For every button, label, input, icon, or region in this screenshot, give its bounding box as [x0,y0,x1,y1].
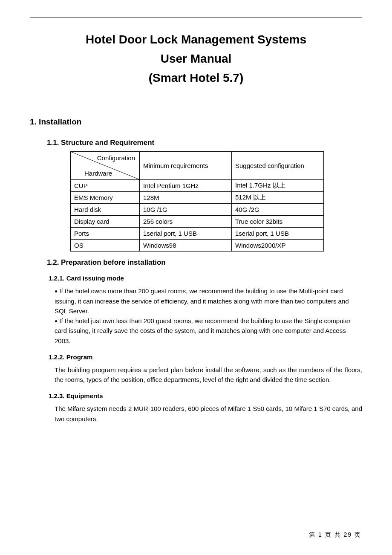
cell: True color 32bits [232,216,324,228]
page-footer: 第 1 页 共 29 页 [309,531,361,539]
table-header-suggested: Suggested configuration [232,152,324,180]
cell: 1serial port, 1 USB [140,228,232,240]
cell: Windows98 [140,240,232,251]
title-line-1: Hotel Door Lock Management Systems [30,30,362,49]
cell: Hard disk [71,204,140,216]
table-row: CUP Intel Pentium 1GHz Intel 1.7GHz 以上 [71,180,324,192]
heading-card-issuing-mode: 1.2.1. Card issuing mode [49,275,362,282]
table-row: Ports 1serial port, 1 USB 1serial port, … [71,228,324,240]
top-divider [30,17,362,17]
title-line-3: (Smart Hotel 5.7) [30,69,362,88]
title-line-2: User Manual [30,49,362,69]
heading-structure-requirement: 1.1. Structure and Requirement [47,139,362,147]
cell: OS [71,240,140,251]
bullet-icon [55,317,59,324]
table-row: Display card 256 colors True color 32bit… [71,216,324,228]
cell: 1serial port, 1 USB [232,228,324,240]
paragraph-program: The building program requires a perfect … [55,365,362,385]
cell: 128M [140,192,232,204]
cell: 40G /2G [232,204,324,216]
heading-program: 1.2.2. Program [49,353,362,361]
heading-equipments: 1.2.3. Equipments [49,392,362,399]
heading-preparation: 1.2. Preparation before installation [47,258,362,267]
diag-label-top: Configuration [97,154,135,162]
heading-installation: 1. Installation [30,117,362,127]
paragraph-equipments: The Mifare system needs 2 MUR-100 reader… [55,404,362,424]
cell: Windows2000/XP [232,240,324,251]
cell: 10G /1G [140,204,232,216]
table-row: OS Windows98 Windows2000/XP [71,240,324,251]
paragraph-multi-point: If the hotel owns more than 200 guest ro… [55,287,349,315]
cell: CUP [71,180,140,192]
table-row: Hard disk 10G /1G 40G /2G [71,204,324,216]
cell: Intel Pentium 1GHz [140,180,232,192]
table-header-minimum: Minimum requirements [140,152,232,180]
cell: 512M 以上 [232,192,324,204]
cell: Intel 1.7GHz 以上 [232,180,324,192]
cell: Ports [71,228,140,240]
diag-label-bottom: Hardware [84,170,112,177]
table-header-diagonal: Configuration Hardware [71,152,140,180]
requirements-table: Configuration Hardware Minimum requireme… [70,151,324,251]
table-row: EMS Memory 128M 512M 以上 [71,192,324,204]
bullet-icon [55,287,59,295]
paragraph-single-computer: If the hotel just own less than 200 gues… [55,317,351,344]
cell: EMS Memory [71,192,140,204]
document-title: Hotel Door Lock Management Systems User … [30,30,362,87]
cell: 256 colors [140,216,232,228]
cell: Display card [71,216,140,228]
